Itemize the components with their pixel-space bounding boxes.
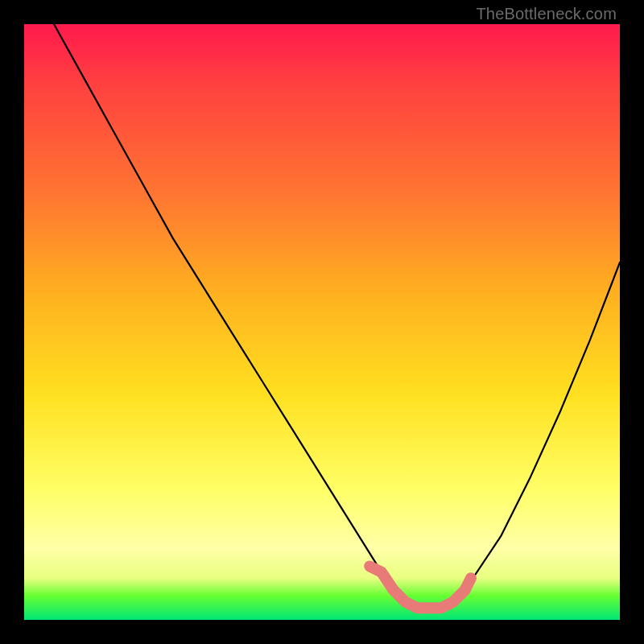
watermark-text: TheBottleneck.com — [476, 5, 617, 23]
plot-area — [24, 24, 620, 620]
bottleneck-curve — [54, 24, 620, 608]
highlight-range — [369, 566, 471, 608]
chart-frame: TheBottleneck.com — [0, 0, 644, 644]
chart-overlay — [24, 24, 620, 620]
